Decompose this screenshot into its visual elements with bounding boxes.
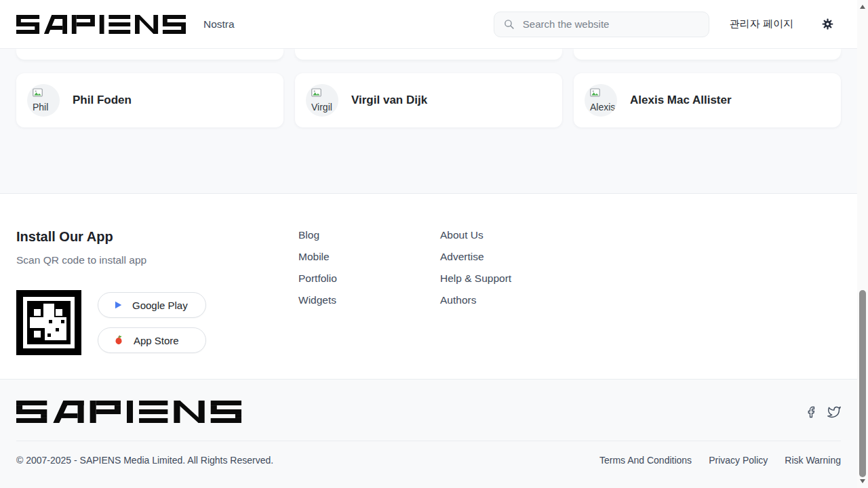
social-links (805, 405, 841, 419)
footer-link-advertise[interactable]: Advertise (440, 251, 582, 262)
app-store-label: App Store (134, 335, 179, 346)
player-card-alexis-mac-allister[interactable]: Alexis Mac Allister Alexis Mac Allister (574, 73, 841, 127)
risk-warning-link[interactable]: Risk Warning (785, 455, 841, 466)
privacy-policy-link[interactable]: Privacy Policy (709, 455, 768, 466)
footer-link-authors[interactable]: Authors (440, 295, 582, 306)
broken-image-icon (311, 88, 321, 98)
search-box[interactable] (494, 12, 709, 37)
copyright-text: © 2007-2025 - SAPIENS Media Limited. All… (16, 455, 273, 466)
sapiens-logo[interactable] (16, 15, 186, 34)
card-row-partial (16, 49, 841, 60)
scrollbar-up-arrow[interactable] (860, 5, 865, 9)
player-card-phil-foden[interactable]: Phil Foden Phil Foden (16, 73, 283, 127)
partial-card[interactable] (574, 49, 841, 60)
partial-card[interactable] (295, 49, 562, 60)
content-area: Phil Foden Phil Foden Virgil van Dijk Vi… (0, 49, 857, 194)
vertical-scrollbar[interactable] (857, 0, 868, 488)
apple-icon (113, 335, 124, 346)
avatar: Phil Foden (27, 84, 60, 117)
top-navbar: Nostra 관리자 페이지 (0, 0, 857, 49)
footer-link-blog[interactable]: Blog (298, 230, 440, 241)
broken-image-icon (33, 88, 43, 98)
terms-link[interactable]: Terms And Conditions (599, 455, 692, 466)
player-card-virgil-van-dijk[interactable]: Virgil van Dijk Virgil van Dijk (295, 73, 562, 127)
footer-link-portfolio[interactable]: Portfolio (298, 273, 440, 284)
facebook-icon (805, 406, 817, 418)
gear-icon (821, 18, 834, 30)
install-app-title: Install Our App (16, 229, 298, 245)
nav-link-nostra[interactable]: Nostra (203, 18, 235, 30)
google-play-label: Google Play (132, 300, 188, 311)
avatar: Alexis Mac Allister (585, 84, 617, 117)
broken-image-icon (590, 88, 600, 98)
settings-button[interactable] (821, 18, 834, 30)
avatar-alt-text: Virgil van Dijk (311, 102, 332, 117)
scrollbar-thumb[interactable] (859, 290, 866, 477)
install-app-subtitle: Scan QR code to install app (16, 254, 298, 266)
footer-main: Install Our App Scan QR code to install … (0, 195, 857, 379)
card-row: Phil Foden Phil Foden Virgil van Dijk Vi… (16, 73, 841, 127)
legal-links: Terms And Conditions Privacy Policy Risk… (599, 455, 841, 466)
footer-link-mobile[interactable]: Mobile (298, 251, 440, 262)
footer-link-widgets[interactable]: Widgets (298, 295, 440, 306)
play-icon (113, 300, 123, 310)
footer-link-help-support[interactable]: Help & Support (440, 273, 582, 284)
twitter-icon (827, 405, 841, 419)
google-play-button[interactable]: Google Play (98, 292, 206, 318)
install-app-section: Install Our App Scan QR code to install … (16, 229, 298, 379)
sapiens-footer-logo[interactable] (16, 401, 241, 423)
twitter-button[interactable] (827, 405, 841, 419)
app-store-button[interactable]: App Store (98, 327, 206, 353)
footer-link-about-us[interactable]: About Us (440, 230, 582, 241)
qr-code (16, 290, 81, 355)
avatar-alt-text: Alexis Mac Allister (590, 102, 617, 117)
scrollbar-down-arrow[interactable] (860, 479, 865, 483)
search-icon (503, 18, 515, 30)
footer-bottom: © 2007-2025 - SAPIENS Media Limited. All… (0, 379, 857, 488)
avatar-alt-text: Phil Foden (33, 102, 60, 117)
footer-links-column-2: About Us Advertise Help & Support Author… (440, 229, 582, 379)
player-name: Alexis Mac Allister (630, 94, 732, 107)
facebook-button[interactable] (805, 406, 817, 418)
admin-page-link[interactable]: 관리자 페이지 (730, 18, 793, 30)
player-name: Phil Foden (73, 94, 132, 107)
avatar: Virgil van Dijk (306, 84, 338, 117)
footer-links-column-1: Blog Mobile Portfolio Widgets (298, 229, 440, 379)
player-name: Virgil van Dijk (351, 94, 427, 107)
partial-card[interactable] (16, 49, 283, 60)
search-input[interactable] (521, 18, 709, 30)
